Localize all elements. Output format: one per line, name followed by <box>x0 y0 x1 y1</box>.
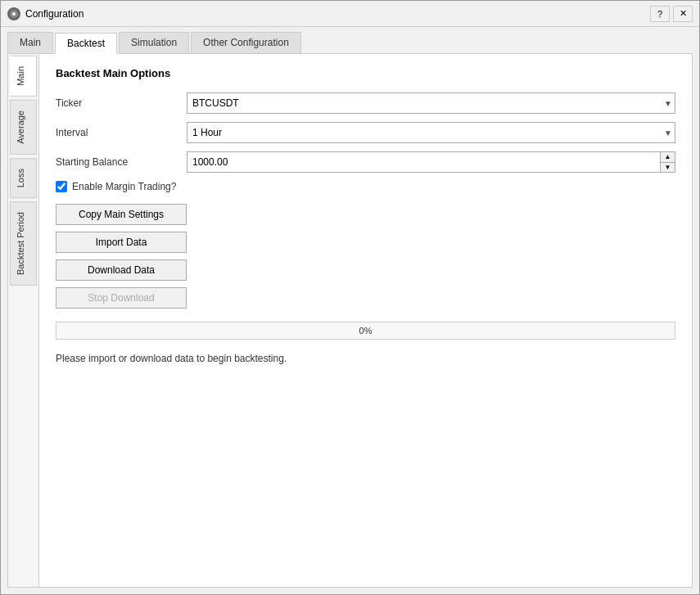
side-tab-main[interactable]: Main <box>10 56 37 97</box>
margin-trading-row: Enable Margin Trading? <box>56 181 675 192</box>
main-content: Backtest Main Options Ticker BTCUSDT ETH… <box>39 54 692 587</box>
balance-spinbox: ▲ ▼ <box>187 151 675 173</box>
balance-spinbox-buttons: ▲ ▼ <box>660 152 675 172</box>
interval-select-wrapper: 1 Minute 5 Minutes 15 Minutes 1 Hour 4 H… <box>187 122 675 143</box>
ticker-label: Ticker <box>56 97 187 109</box>
window-controls: ? ✕ <box>650 6 693 22</box>
app-icon <box>7 7 20 20</box>
side-tab-backtest-period[interactable]: Backtest Period <box>10 201 37 286</box>
ticker-row: Ticker BTCUSDT ETHUSDT BNBUSDT ▼ <box>56 92 675 114</box>
side-tabs: Main Average Loss Backtest Period <box>8 54 39 587</box>
svg-point-1 <box>12 12 16 16</box>
margin-trading-checkbox[interactable] <box>56 181 67 192</box>
ticker-select[interactable]: BTCUSDT ETHUSDT BNBUSDT <box>187 92 675 114</box>
import-data-button[interactable]: Import Data <box>56 232 187 253</box>
tab-backtest[interactable]: Backtest <box>55 33 117 54</box>
content-area: Main Average Loss Backtest Period Backte… <box>7 53 693 588</box>
side-tab-loss[interactable]: Loss <box>10 158 37 198</box>
balance-label: Starting Balance <box>56 156 187 168</box>
download-data-button[interactable]: Download Data <box>56 259 187 281</box>
balance-row: Starting Balance ▲ ▼ <box>56 151 675 173</box>
interval-label: Interval <box>56 127 187 138</box>
balance-input[interactable] <box>187 152 660 172</box>
stop-download-button[interactable]: Stop Download <box>56 287 187 309</box>
copy-main-settings-button[interactable]: Copy Main Settings <box>56 204 187 225</box>
section-title: Backtest Main Options <box>56 67 675 79</box>
info-text: Please import or download data to begin … <box>56 353 675 364</box>
interval-select[interactable]: 1 Minute 5 Minutes 15 Minutes 1 Hour 4 H… <box>187 122 675 143</box>
tab-bar: Main Backtest Simulation Other Configura… <box>1 27 699 53</box>
ticker-select-wrapper: BTCUSDT ETHUSDT BNBUSDT ▼ <box>187 92 675 114</box>
balance-increment-button[interactable]: ▲ <box>661 152 675 163</box>
action-buttons: Copy Main Settings Import Data Download … <box>56 204 675 309</box>
margin-trading-label: Enable Margin Trading? <box>72 181 176 192</box>
tab-main[interactable]: Main <box>7 32 53 53</box>
tab-other-configuration[interactable]: Other Configuration <box>191 32 301 53</box>
window-title: Configuration <box>25 8 650 20</box>
help-button[interactable]: ? <box>650 6 670 22</box>
progress-label: 0% <box>359 326 373 336</box>
interval-row: Interval 1 Minute 5 Minutes 15 Minutes 1… <box>56 122 675 143</box>
balance-decrement-button[interactable]: ▼ <box>661 163 675 173</box>
title-bar: Configuration ? ✕ <box>1 1 699 27</box>
side-tab-average[interactable]: Average <box>10 100 37 155</box>
window: Configuration ? ✕ Main Backtest Simulati… <box>0 0 700 595</box>
tab-simulation[interactable]: Simulation <box>119 32 189 53</box>
close-button[interactable]: ✕ <box>673 6 693 22</box>
progress-bar-container: 0% <box>56 322 675 340</box>
